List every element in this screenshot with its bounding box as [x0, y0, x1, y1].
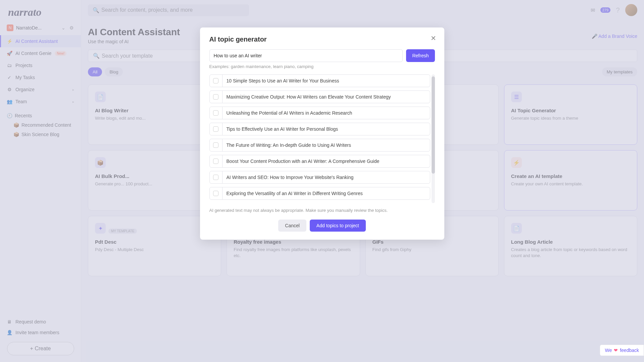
- feedback-we: We: [605, 348, 612, 353]
- topic-checkbox[interactable]: [213, 175, 218, 180]
- disclaimer-text: AI generated text may not always be appr…: [209, 208, 435, 213]
- feedback-widget[interactable]: We ❤ feedback: [600, 345, 644, 356]
- topic-text: The Future of Writing: An In-depth Guide…: [222, 139, 430, 151]
- topic-checkbox-cell: [210, 171, 222, 183]
- feedback-text: feedback: [620, 348, 639, 353]
- topic-input[interactable]: [209, 49, 403, 62]
- modal-overlay: AI topic generator ✕ Refresh Examples: g…: [0, 0, 644, 362]
- topic-checkbox[interactable]: [213, 191, 218, 196]
- topic-checkbox-cell: [210, 155, 222, 167]
- topic-row[interactable]: Tips to Effectively Use an AI Writer for…: [209, 123, 430, 135]
- refresh-button[interactable]: Refresh: [406, 49, 435, 62]
- topic-text: 10 Simple Steps to Use an AI Writer for …: [222, 75, 430, 87]
- topic-checkbox-cell: [210, 123, 222, 135]
- topic-checkbox-cell: [210, 75, 222, 87]
- topic-checkbox-cell: [210, 107, 222, 119]
- topic-text: Boost Your Content Production with an AI…: [222, 155, 430, 167]
- topic-text: Exploring the Versatility of an AI Write…: [222, 187, 430, 199]
- topic-checkbox[interactable]: [213, 159, 218, 164]
- cancel-button[interactable]: Cancel: [278, 220, 306, 232]
- topic-checkbox-cell: [210, 139, 222, 151]
- topic-checkbox[interactable]: [213, 78, 218, 83]
- topic-row[interactable]: Exploring the Versatility of an AI Write…: [209, 187, 430, 200]
- modal-input-row: Refresh: [209, 49, 435, 62]
- topic-row[interactable]: Boost Your Content Production with an AI…: [209, 155, 430, 168]
- close-icon[interactable]: ✕: [431, 34, 436, 42]
- topic-row[interactable]: 10 Simple Steps to Use an AI Writer for …: [209, 74, 430, 87]
- topics-list: 10 Simple Steps to Use an AI Writer for …: [209, 74, 435, 203]
- topic-checkbox[interactable]: [213, 126, 218, 132]
- examples-text: Examples: garden maintenance, learn pian…: [209, 64, 435, 69]
- topic-row[interactable]: Maximizing Creative Output: How AI Write…: [209, 90, 430, 103]
- topic-row[interactable]: Unleashing the Potential of AI Writers i…: [209, 107, 430, 119]
- topic-row[interactable]: AI Writers and SEO: How to Improve Your …: [209, 171, 430, 184]
- scrollbar-thumb[interactable]: [432, 76, 435, 174]
- topic-checkbox[interactable]: [213, 94, 218, 100]
- ai-topic-generator-modal: AI topic generator ✕ Refresh Examples: g…: [200, 27, 444, 240]
- modal-actions: Cancel Add topics to project: [209, 220, 435, 232]
- topics-container: 10 Simple Steps to Use an AI Writer for …: [209, 74, 435, 203]
- modal-title: AI topic generator: [209, 36, 435, 43]
- topic-row[interactable]: The Future of Writing: An In-depth Guide…: [209, 139, 430, 152]
- topic-checkbox[interactable]: [213, 110, 218, 116]
- topic-text: AI Writers and SEO: How to Improve Your …: [222, 171, 430, 183]
- topic-text: Maximizing Creative Output: How AI Write…: [222, 91, 430, 103]
- heart-icon: ❤: [614, 348, 618, 353]
- topic-text: Tips to Effectively Use an AI Writer for…: [222, 123, 430, 135]
- topic-checkbox-cell: [210, 187, 222, 199]
- add-topics-button[interactable]: Add topics to project: [310, 220, 366, 232]
- topic-checkbox-cell: [210, 91, 222, 103]
- topic-text: Unleashing the Potential of AI Writers i…: [222, 107, 430, 119]
- topic-checkbox[interactable]: [213, 142, 218, 148]
